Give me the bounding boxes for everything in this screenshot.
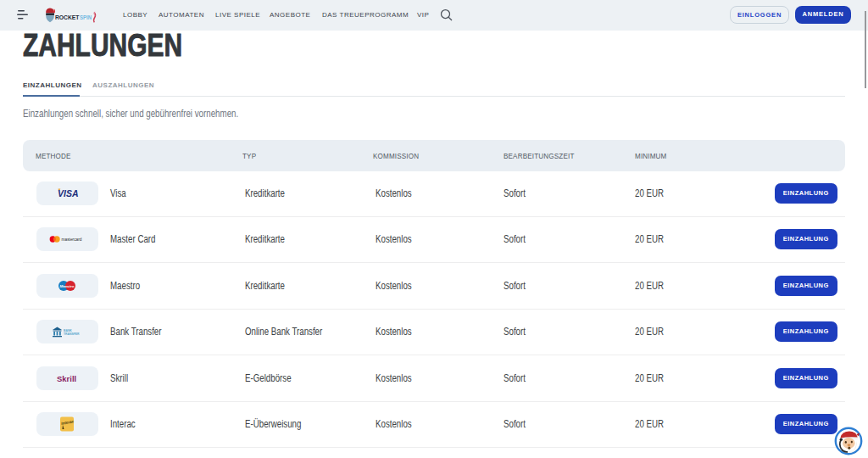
svg-text:Skrill: Skrill xyxy=(57,373,76,383)
svg-text:SPIN: SPIN xyxy=(80,14,92,21)
svg-text:mastercard: mastercard xyxy=(62,237,82,242)
svg-text:Maestro: Maestro xyxy=(60,284,75,288)
svg-text:TRANSFER: TRANSFER xyxy=(64,332,80,336)
svg-text:VISA: VISA xyxy=(58,188,79,198)
svg-text:ROCKET: ROCKET xyxy=(55,14,80,21)
